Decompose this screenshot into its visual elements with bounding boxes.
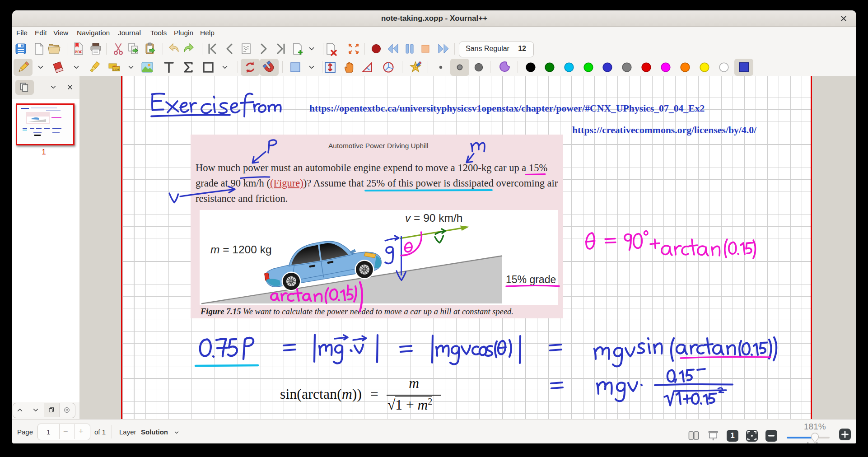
svg-text:1234: 1234 xyxy=(113,68,119,71)
svg-text:15% grade: 15% grade xyxy=(506,274,556,285)
svg-text:PDF: PDF xyxy=(75,50,83,54)
svg-text:m = 1200 kg: m = 1200 kg xyxy=(210,243,272,256)
svg-text:v = 90 km/h: v = 90 km/h xyxy=(405,212,462,224)
svg-text:Word: Word xyxy=(113,65,119,68)
